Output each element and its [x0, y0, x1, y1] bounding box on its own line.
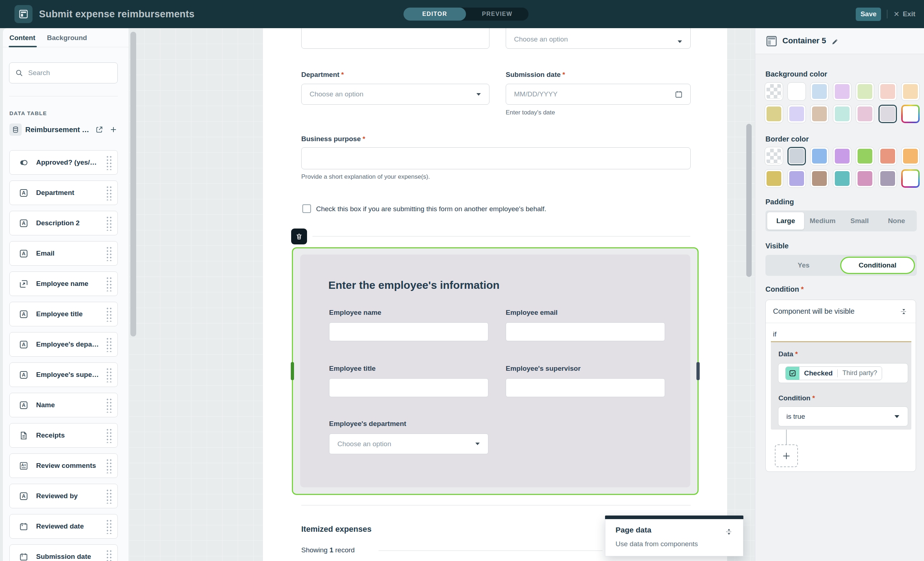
top-right-select[interactable]: Choose an option — [506, 28, 691, 49]
color-swatch[interactable] — [901, 105, 920, 123]
drag-handle-icon[interactable] — [105, 519, 112, 534]
color-swatch[interactable] — [879, 169, 897, 188]
color-swatch[interactable] — [810, 82, 829, 101]
padding-option-none[interactable]: None — [878, 212, 915, 230]
color-swatch[interactable] — [810, 147, 829, 165]
resize-handle-left[interactable] — [291, 362, 294, 380]
drag-handle-icon[interactable] — [105, 185, 112, 200]
padding-option-large[interactable]: Large — [767, 212, 804, 230]
employee-name-input[interactable] — [329, 322, 488, 341]
visible-option-conditional[interactable]: Conditional — [840, 257, 915, 274]
drag-handle-icon[interactable] — [105, 337, 112, 352]
calendar-icon[interactable] — [674, 90, 683, 99]
employee-title-input[interactable] — [329, 378, 488, 397]
add-field-icon[interactable] — [109, 125, 118, 134]
save-button[interactable]: Save — [856, 7, 881, 21]
padding-option-small[interactable]: Small — [841, 212, 878, 230]
employee-info-container[interactable]: Enter the employee's information Employe… — [292, 247, 699, 495]
expand-icon[interactable] — [724, 527, 734, 536]
top-left-input[interactable] — [301, 28, 489, 49]
drag-handle-icon[interactable] — [105, 307, 112, 322]
tab-background[interactable]: Background — [47, 34, 87, 42]
drag-handle-icon[interactable] — [105, 398, 112, 413]
color-swatch[interactable] — [765, 82, 783, 101]
field-card[interactable]: Reviewed date — [9, 514, 118, 539]
search-input[interactable] — [28, 69, 117, 77]
employee-department-select[interactable]: Choose an option — [329, 434, 488, 454]
color-swatch[interactable] — [788, 82, 806, 101]
page-data-panel[interactable]: Page data Use data from components — [605, 516, 743, 556]
drag-handle-icon[interactable] — [105, 458, 112, 473]
color-swatch[interactable] — [810, 105, 829, 123]
field-card[interactable]: A Reviewed by — [9, 484, 118, 508]
color-swatch[interactable] — [901, 147, 920, 165]
collapse-icon[interactable] — [899, 307, 909, 316]
open-external-icon[interactable] — [95, 126, 103, 133]
delete-container-button[interactable] — [291, 229, 307, 244]
submission-date-input[interactable] — [506, 84, 691, 105]
drag-handle-icon[interactable] — [105, 276, 112, 291]
search-box[interactable] — [9, 63, 118, 84]
color-swatch[interactable] — [901, 82, 920, 101]
padding-option-medium[interactable]: Medium — [804, 212, 841, 230]
color-swatch[interactable] — [833, 147, 851, 165]
field-card[interactable]: A Department — [9, 181, 118, 205]
field-card[interactable]: A Employee's supe… — [9, 362, 118, 387]
field-card[interactable]: A Description 2 — [9, 211, 118, 235]
field-card[interactable]: A Employee's depa… — [9, 332, 118, 357]
condition-summary-row[interactable]: Component will be visible — [766, 300, 916, 323]
color-swatch[interactable] — [810, 169, 829, 188]
color-swatch[interactable] — [788, 105, 806, 123]
drag-handle-icon[interactable] — [105, 488, 112, 504]
field-card[interactable]: A Review comments — [9, 453, 118, 478]
field-chip[interactable]: Checked Third party? — [785, 367, 882, 380]
rename-pencil-icon[interactable] — [831, 37, 839, 45]
color-swatch[interactable] — [879, 147, 897, 165]
color-swatch[interactable] — [765, 169, 783, 188]
color-swatch[interactable] — [879, 105, 897, 123]
field-card[interactable]: Approved? (yes/… — [9, 150, 118, 175]
field-card[interactable]: Receipts — [9, 423, 118, 448]
department-select[interactable]: Choose an option — [301, 84, 489, 105]
color-swatch[interactable] — [879, 82, 897, 101]
tab-content[interactable]: Content — [9, 34, 35, 42]
color-swatch[interactable] — [856, 147, 874, 165]
color-swatch[interactable] — [833, 169, 851, 188]
drag-handle-icon[interactable] — [105, 367, 112, 382]
field-card[interactable]: A Employee title — [9, 302, 118, 326]
resize-handle-right[interactable] — [696, 362, 700, 380]
color-swatch[interactable] — [856, 169, 874, 188]
drag-handle-icon[interactable] — [105, 215, 112, 231]
color-swatch[interactable] — [788, 147, 806, 165]
color-swatch[interactable] — [901, 169, 920, 188]
drag-handle-icon[interactable] — [105, 246, 112, 261]
field-card[interactable]: A Email — [9, 241, 118, 266]
behalf-checkbox[interactable] — [302, 204, 311, 213]
drag-handle-icon[interactable] — [105, 428, 112, 443]
color-swatch[interactable] — [856, 105, 874, 123]
employee-supervisor-input[interactable] — [506, 378, 665, 397]
color-swatch[interactable] — [833, 82, 851, 101]
drag-handle-icon[interactable] — [105, 155, 112, 170]
field-card[interactable]: A Name — [9, 393, 118, 417]
color-swatch[interactable] — [833, 105, 851, 123]
visible-option-yes[interactable]: Yes — [767, 257, 840, 274]
color-swatch[interactable] — [856, 82, 874, 101]
data-input[interactable]: Checked Third party? — [778, 363, 908, 383]
color-swatch[interactable] — [765, 147, 783, 165]
color-swatch[interactable] — [788, 169, 806, 188]
field-card[interactable]: Submission date — [9, 545, 118, 561]
field-card[interactable]: Employee name — [9, 271, 118, 296]
add-condition-button[interactable] — [775, 444, 798, 467]
tab-editor[interactable]: EDITOR — [404, 7, 466, 21]
color-swatch[interactable] — [765, 105, 783, 123]
operator-select[interactable]: is true — [778, 407, 908, 426]
business-purpose-textarea[interactable] — [301, 147, 691, 169]
canvas-scrollbar[interactable] — [746, 124, 752, 277]
data-table-row[interactable]: Reimbursement … — [9, 123, 118, 136]
sidebar-scrollbar[interactable] — [130, 32, 136, 337]
employee-email-input[interactable] — [506, 322, 665, 341]
tab-preview[interactable]: PREVIEW — [466, 7, 528, 21]
drag-handle-icon[interactable] — [105, 549, 112, 561]
exit-button[interactable]: ✕ Exit — [893, 10, 918, 18]
